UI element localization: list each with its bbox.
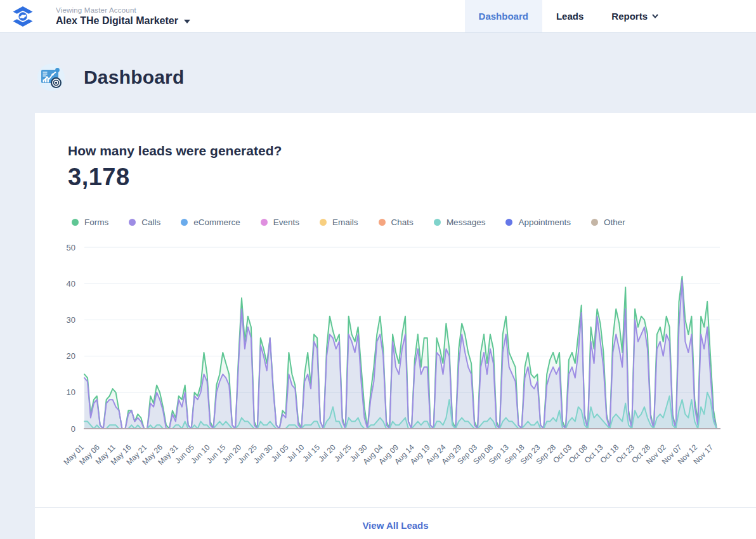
- legend-item-other[interactable]: Other: [591, 218, 625, 227]
- dashboard-page-icon: [36, 62, 66, 92]
- x-axis-label-jul-05: Jul 05: [270, 443, 290, 464]
- legend-dot: [320, 219, 327, 226]
- leads-area-chart[interactable]: 01020304050May 01May 06May 11May 16May 2…: [35, 238, 756, 479]
- legend-label: Messages: [446, 218, 486, 227]
- legend-item-forms[interactable]: Forms: [72, 218, 108, 227]
- account-name: Alex THe Digital Marketer: [56, 15, 178, 27]
- x-axis-label-jul-10: Jul 10: [285, 443, 306, 464]
- nav-tab-leads[interactable]: Leads: [542, 0, 597, 32]
- legend-dot: [181, 219, 188, 226]
- nav-tab-reports[interactable]: Reports: [597, 0, 672, 32]
- y-axis-label-10: 10: [67, 387, 75, 397]
- legend-label: Calls: [141, 218, 160, 227]
- top-navigation-bar: Viewing Master Account Alex THe Digital …: [0, 0, 756, 33]
- nav-tab-label: Leads: [556, 11, 583, 22]
- app-logo[interactable]: [11, 6, 37, 27]
- legend-dot: [261, 219, 268, 226]
- legend-item-calls[interactable]: Calls: [129, 218, 160, 227]
- legend-dot: [505, 219, 512, 226]
- card-question: How many leads were generated?: [68, 143, 756, 159]
- chevron-down-icon: [652, 14, 658, 18]
- legend-label: Forms: [84, 218, 108, 227]
- legend-dot: [379, 219, 386, 226]
- legend-label: Appointments: [518, 218, 571, 227]
- page-title: Dashboard: [84, 67, 185, 88]
- legend-item-appointments[interactable]: Appointments: [505, 218, 571, 227]
- viewing-label: Viewing Master Account: [56, 6, 190, 14]
- legend-dot: [591, 219, 598, 226]
- legend-label: Chats: [391, 218, 414, 227]
- legend-label: Other: [604, 218, 625, 227]
- legend-item-chats[interactable]: Chats: [379, 218, 414, 227]
- legend-label: Events: [273, 218, 299, 227]
- legend-item-emails[interactable]: Emails: [320, 218, 358, 227]
- y-axis-label-40: 40: [67, 279, 75, 289]
- chart-legend: FormsCallseCommerceEventsEmailsChatsMess…: [72, 218, 756, 227]
- x-axis-label-jul-20: Jul 20: [316, 443, 337, 464]
- y-axis-label-20: 20: [67, 351, 75, 361]
- x-axis-label-jul-15: Jul 15: [301, 443, 322, 464]
- y-axis-label-0: 0: [71, 424, 75, 434]
- view-all-leads-link[interactable]: View All Leads: [362, 520, 428, 531]
- nav-tab-label: Dashboard: [479, 11, 528, 22]
- legend-item-messages[interactable]: Messages: [434, 218, 486, 227]
- total-leads-count: 3,178: [68, 164, 756, 191]
- page-header: Dashboard: [36, 62, 756, 92]
- legend-dot: [129, 219, 136, 226]
- logo-icon: [11, 6, 34, 27]
- legend-item-ecommerce[interactable]: eCommerce: [181, 218, 240, 227]
- legend-label: eCommerce: [193, 218, 240, 227]
- legend-label: Emails: [332, 218, 358, 227]
- y-axis-label-50: 50: [67, 243, 75, 252]
- leads-generated-card: How many leads were generated? 3,178 For…: [35, 113, 756, 539]
- chevron-down-icon: [184, 20, 190, 23]
- nav-tab-label: Reports: [611, 11, 648, 22]
- card-footer: View All Leads: [35, 507, 756, 539]
- leads-chart[interactable]: 01020304050May 01May 06May 11May 16May 2…: [35, 238, 756, 479]
- primary-nav-tabs: DashboardLeadsReports: [465, 0, 672, 32]
- y-axis-label-30: 30: [67, 315, 75, 325]
- legend-dot: [434, 219, 441, 226]
- legend-item-events[interactable]: Events: [261, 218, 299, 227]
- legend-dot: [72, 219, 79, 226]
- account-switcher[interactable]: Viewing Master Account Alex THe Digital …: [56, 6, 190, 27]
- nav-tab-dashboard[interactable]: Dashboard: [465, 0, 542, 32]
- x-axis-label-jul-25: Jul 25: [332, 443, 353, 464]
